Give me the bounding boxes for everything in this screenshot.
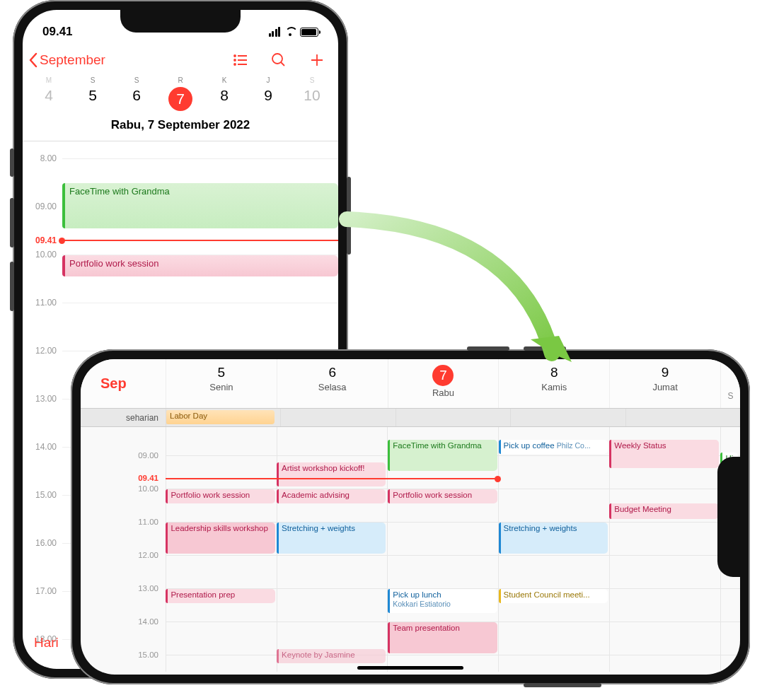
notch <box>120 10 241 33</box>
hour-label: 13.00 <box>25 394 57 404</box>
event-academic-advising[interactable]: Academic advising <box>277 489 386 503</box>
dow: K <box>202 76 246 84</box>
date-row: 4 5 6 7 8 9 10 <box>23 84 338 118</box>
event-keynote[interactable]: Keynote by Jasmine <box>277 649 386 663</box>
day-header-partial[interactable]: S <box>720 359 740 408</box>
hour-label: 09.00 <box>25 202 57 211</box>
allday-row: seharian Labor Day <box>81 409 740 427</box>
dow: M <box>27 76 71 84</box>
hour-label: 15.00 <box>138 651 158 659</box>
event-student-council[interactable]: Student Council meeti... <box>499 589 608 603</box>
phone-volume-button <box>467 346 509 351</box>
dow: S <box>290 76 334 84</box>
hour-label: 15.00 <box>25 490 57 500</box>
hour-label: 12.00 <box>138 551 158 559</box>
event-presentation-prep[interactable]: Presentation prep <box>166 589 275 603</box>
time-gutter: 09.00 09.41 10.00 11.00 12.00 13.00 14.0… <box>81 427 166 672</box>
now-time: 09.41 <box>25 235 57 245</box>
search-icon[interactable] <box>270 52 287 69</box>
event-pickup-coffee[interactable]: Pick up coffee Philz Co... <box>499 440 608 454</box>
event-stretching[interactable]: Stretching + weights <box>277 523 386 554</box>
landscape-screen: Sep 5Senin 6Selasa 7Rabu 8Kamis 9Jumat S… <box>81 359 740 675</box>
event-facetime-grandma[interactable]: FaceTime with Grandma <box>62 183 338 228</box>
day-header[interactable]: 5Senin <box>166 359 277 408</box>
event-portfolio[interactable]: Portfolio work session <box>388 489 497 503</box>
hour-label: 14.00 <box>138 617 158 626</box>
phone-mute-switch <box>10 148 14 177</box>
dow: J <box>246 76 290 84</box>
home-indicator[interactable] <box>357 666 463 670</box>
svg-point-4 <box>234 59 236 61</box>
svg-point-3 <box>234 55 236 57</box>
dow: S <box>71 76 115 84</box>
svg-point-6 <box>272 54 282 64</box>
status-time: 09.41 <box>42 25 73 39</box>
week-body[interactable]: FaceTime with Grandma Pick up coffee Phi… <box>166 427 740 672</box>
month-button[interactable]: Sep <box>81 359 166 408</box>
hour-label: 12.00 <box>25 346 57 356</box>
day-header[interactable]: 9Jumat <box>609 359 720 408</box>
back-label: September <box>40 52 105 68</box>
now-time: 09.41 <box>138 474 158 482</box>
nav-bar: September <box>23 44 338 76</box>
event-weekly-status[interactable]: Weekly Status <box>609 440 718 468</box>
chevron-left-icon <box>28 52 38 68</box>
full-date-heading: Rabu, 7 September 2022 <box>23 118 338 141</box>
list-icon[interactable] <box>232 52 249 69</box>
event-artist-workshop[interactable]: Artist workshop kickoff! <box>277 462 386 486</box>
event-leadership-workshop[interactable]: Leadership skills workshop <box>166 523 275 554</box>
notch <box>717 457 740 577</box>
event-budget-meeting[interactable]: Budget Meeting <box>609 503 718 519</box>
hour-label: 11.00 <box>25 298 57 308</box>
phone-volume-button <box>524 346 566 351</box>
date-cell[interactable]: 8 <box>202 87 246 111</box>
hour-label: 14.00 <box>25 442 57 452</box>
status-icons <box>269 27 319 37</box>
hour-label: 09.00 <box>138 451 158 460</box>
add-icon[interactable] <box>308 52 325 69</box>
dow: R <box>158 76 202 84</box>
hour-label: 16.00 <box>25 538 57 548</box>
day-header-selected[interactable]: 7Rabu <box>388 359 499 408</box>
back-button[interactable]: September <box>28 52 232 68</box>
event-team-presentation[interactable]: Team presentation <box>388 622 497 653</box>
hour-label: 11.00 <box>138 518 158 526</box>
date-cell[interactable]: 5 <box>71 87 115 111</box>
hour-label: 13.00 <box>138 584 158 593</box>
now-indicator: 09.41 <box>62 240 338 241</box>
weekday-row: M S S R K J S <box>23 76 338 84</box>
wifi-icon <box>284 27 296 37</box>
date-cell[interactable]: 4 <box>27 87 71 111</box>
bottom-hari-label[interactable]: Hari <box>34 635 59 651</box>
allday-label: seharian <box>81 409 166 426</box>
phone-side-button <box>524 683 601 687</box>
week-header: Sep 5Senin 6Selasa 7Rabu 8Kamis 9Jumat S <box>81 359 740 409</box>
event-stretching[interactable]: Stretching + weights <box>499 523 608 554</box>
hour-label: 17.00 <box>25 586 57 596</box>
date-cell[interactable]: 10 <box>290 87 334 111</box>
phone-volume-up <box>10 198 14 247</box>
phone-side-button <box>347 177 351 255</box>
date-cell-selected[interactable]: 7 <box>158 87 202 111</box>
day-header[interactable]: 6Selasa <box>277 359 388 408</box>
svg-point-5 <box>234 64 236 65</box>
svg-line-7 <box>281 62 284 66</box>
hour-label: 8.00 <box>25 153 57 163</box>
hour-label: 10.00 <box>138 484 158 493</box>
cellular-signal-icon <box>269 27 281 37</box>
day-header[interactable]: 8Kamis <box>498 359 609 408</box>
phone-volume-down <box>10 262 14 311</box>
event-pickup-lunch[interactable]: Pick up lunchKokkari Estiatorio <box>388 589 497 613</box>
week-grid[interactable]: 09.00 09.41 10.00 11.00 12.00 13.00 14.0… <box>81 427 740 672</box>
date-cell[interactable]: 9 <box>246 87 290 111</box>
now-indicator <box>166 478 498 479</box>
event-facetime-grandma[interactable]: FaceTime with Grandma <box>388 440 497 471</box>
dow: S <box>115 76 158 84</box>
allday-event-labor-day[interactable]: Labor Day <box>166 410 275 424</box>
hour-label: 10.00 <box>25 250 57 259</box>
date-cell[interactable]: 6 <box>115 87 158 111</box>
battery-icon <box>300 28 318 37</box>
event-portfolio-session[interactable]: Portfolio work session <box>62 255 338 276</box>
event-portfolio[interactable]: Portfolio work session <box>166 489 275 503</box>
phone-landscape-frame: Sep 5Senin 6Selasa 7Rabu 8Kamis 9Jumat S… <box>71 349 750 684</box>
